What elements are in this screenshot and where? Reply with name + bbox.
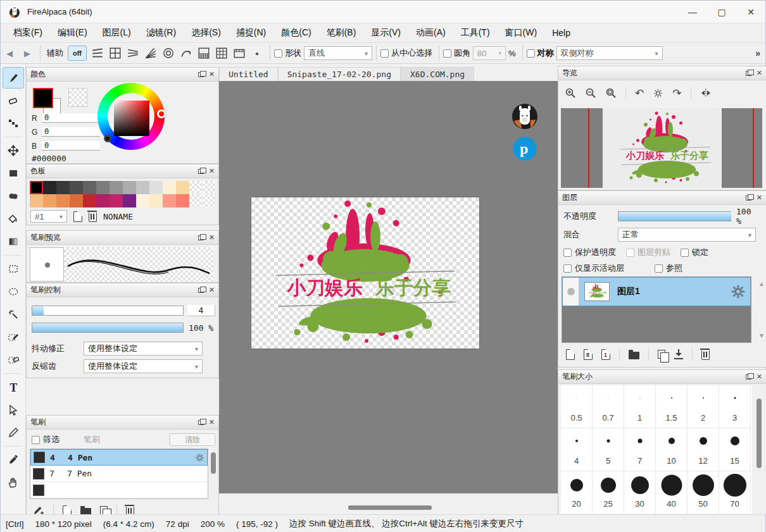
tab-x6d-active[interactable]: X6D.COM.png (401, 67, 474, 81)
menu-tools[interactable]: 工具(T) (453, 25, 498, 41)
palette-swatch[interactable] (96, 181, 110, 194)
zoom-in-icon[interactable] (565, 87, 576, 99)
brush-size-cell[interactable]: 3 (719, 385, 751, 428)
palette-swatch[interactable] (70, 181, 83, 194)
menu-color[interactable]: 颜色(C) (273, 25, 318, 41)
float-panel-icon[interactable] (198, 169, 204, 174)
menu-file[interactable]: 档案(F) (6, 25, 50, 41)
float-panel-icon[interactable] (198, 288, 204, 293)
menu-help[interactable]: Help (544, 25, 578, 40)
palette-set-select[interactable]: #1 ▾ (30, 210, 67, 223)
brush-size-cell[interactable]: 1 (624, 385, 656, 428)
reset-rotation-icon[interactable] (653, 88, 663, 99)
new-8bit-layer-icon[interactable]: 8 (584, 349, 593, 360)
menu-animation[interactable]: 动画(A) (408, 25, 453, 41)
bucket-tool[interactable] (3, 208, 24, 230)
center-select-checkbox[interactable] (380, 49, 389, 58)
brush-size-cell[interactable]: 15 (719, 428, 751, 471)
close-icon[interactable]: ✕ (209, 234, 215, 241)
palette-swatch-empty[interactable] (203, 194, 216, 207)
float-panel-icon[interactable] (198, 72, 204, 77)
next-frame-button[interactable]: ▶ (18, 45, 36, 61)
dock-h-scrollbar[interactable] (219, 501, 558, 514)
assist-off-button[interactable]: off (68, 46, 87, 61)
toolbar-overflow-button[interactable]: » (755, 48, 760, 58)
duplicate-brush-icon[interactable] (100, 506, 108, 515)
assist-radial-icon[interactable] (142, 45, 160, 61)
float-panel-icon[interactable] (746, 71, 751, 76)
new-layer-icon[interactable] (566, 349, 575, 360)
brush-size-value[interactable]: 4 (187, 305, 215, 316)
close-icon[interactable]: ✕ (209, 287, 215, 294)
close-icon[interactable]: ✕ (209, 71, 215, 78)
palette-swatch[interactable] (96, 194, 110, 207)
brush-clear-button[interactable]: 清除 (170, 433, 215, 446)
dock-h-scroll-thumb[interactable] (348, 505, 432, 510)
palette-swatch[interactable] (110, 194, 123, 207)
fill-rect-tool[interactable] (3, 163, 24, 184)
firealpaca-mascot-button[interactable] (512, 103, 538, 130)
protect-alpha-checkbox[interactable] (563, 249, 572, 257)
brush-size-cell[interactable]: 20 (561, 471, 593, 514)
transparent-color-swatch[interactable] (68, 88, 87, 107)
menu-edit[interactable]: 编辑(E) (50, 25, 95, 41)
brush-row[interactable]: 7 7 Pen (30, 466, 208, 482)
new-1bit-layer-icon[interactable]: 1 (601, 349, 610, 360)
menu-brush[interactable]: 笔刷(B) (319, 25, 364, 41)
palette-swatch[interactable] (123, 181, 136, 194)
sv-handle[interactable] (104, 135, 111, 142)
document-canvas[interactable] (251, 197, 480, 349)
hand-tool[interactable] (3, 472, 24, 493)
close-icon[interactable]: ✕ (209, 419, 215, 426)
palette-swatch[interactable] (30, 181, 43, 194)
brush-size-cell[interactable]: 70 (719, 471, 751, 514)
clipping-checkbox[interactable] (626, 249, 634, 257)
dot-tool[interactable] (3, 113, 24, 134)
palette-swatch[interactable] (83, 194, 96, 207)
palette-swatch[interactable] (163, 194, 176, 207)
g-field[interactable]: 0 (42, 127, 100, 137)
eyedropper-tool[interactable] (3, 449, 24, 471)
symmetry-select[interactable]: 双侧对称 ▾ (556, 46, 663, 60)
palette-swatch[interactable] (176, 194, 189, 207)
pixiv-button[interactable]: p (513, 137, 537, 161)
brush-size-cell[interactable]: 30 (624, 471, 656, 514)
brush-filter-checkbox[interactable] (32, 436, 40, 444)
eraser-tool[interactable] (3, 90, 24, 111)
brush-size-cell[interactable]: 50 (688, 471, 719, 514)
assist-cross-icon[interactable] (106, 45, 124, 61)
brush-tool[interactable] (3, 67, 24, 89)
shape-checkbox[interactable] (274, 49, 282, 58)
assist-dot-icon[interactable]: ● (248, 45, 266, 61)
palette-swatch[interactable] (149, 194, 163, 207)
delete-palette-icon[interactable] (89, 213, 97, 222)
menu-layer[interactable]: 图层(L) (95, 25, 139, 41)
menu-select[interactable]: 选择(S) (184, 25, 229, 41)
palette-swatch[interactable] (176, 181, 189, 194)
shape-select[interactable]: 直线 ▾ (304, 46, 372, 60)
maximize-button[interactable]: ▢ (707, 1, 736, 23)
palette-swatch[interactable] (136, 194, 149, 207)
palette-swatch[interactable] (110, 181, 123, 194)
magic-wand-tool[interactable] (3, 304, 24, 325)
prev-frame-button[interactable]: ◀ (1, 45, 18, 61)
brush-size-cell[interactable]: 25 (593, 471, 624, 514)
palette-swatch-empty[interactable] (189, 194, 203, 207)
zoom-reset-icon[interactable] (605, 87, 617, 99)
menu-snap[interactable]: 捕捉(N) (229, 25, 273, 41)
brush-size-cell[interactable]: 10 (656, 428, 688, 471)
select-eraser-tool[interactable] (3, 349, 24, 371)
tab-snipaste[interactable]: Snipaste_17-02-20.png (278, 67, 401, 81)
tab-untitled[interactable]: Untitled (219, 67, 278, 81)
float-panel-icon[interactable] (746, 374, 751, 380)
flip-horizontal-icon[interactable] (700, 87, 712, 99)
select-pen-tool[interactable] (3, 326, 24, 348)
b-field[interactable]: 0 (42, 141, 100, 151)
assist-vanish-icon[interactable] (124, 45, 142, 61)
assist-concentric-icon[interactable] (160, 45, 177, 61)
close-icon[interactable]: ✕ (757, 194, 762, 201)
rotate-ccw-icon[interactable]: ↶ (635, 87, 644, 100)
palette-swatch[interactable] (163, 181, 176, 194)
float-panel-icon[interactable] (198, 235, 204, 240)
brush-list-scrollbar[interactable] (211, 452, 216, 474)
